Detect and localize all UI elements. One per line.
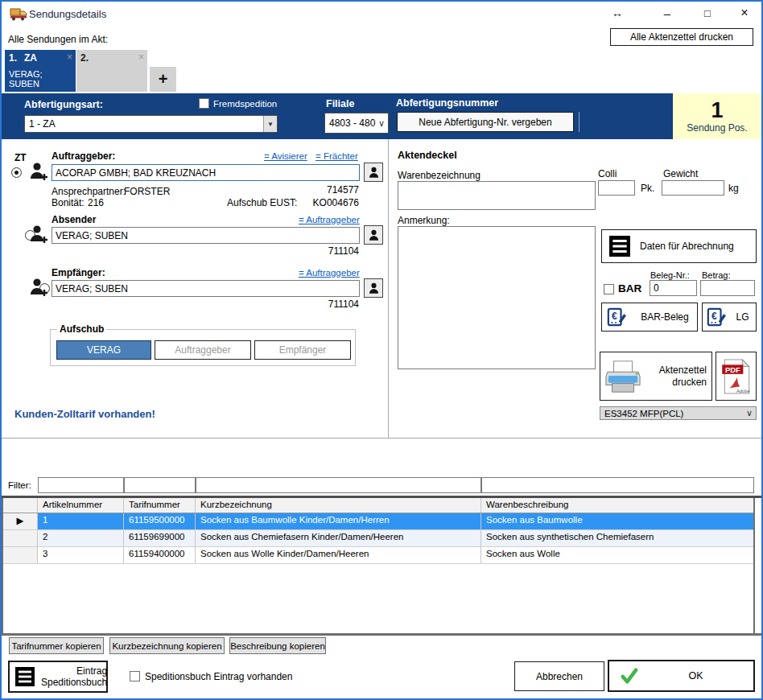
filiale-select[interactable]: 4803 - 480 ∨ xyxy=(324,113,389,134)
person-add-icon[interactable] xyxy=(29,161,48,182)
aufschub-eust-value: KO004676 xyxy=(313,197,359,208)
aufschub-eust-label: Aufschub EUST: xyxy=(227,197,297,208)
maximize-button[interactable]: □ xyxy=(694,3,721,23)
tab-close-icon[interactable]: × xyxy=(138,51,144,63)
list-icon xyxy=(15,667,35,686)
anmerkung-textarea[interactable] xyxy=(398,226,596,369)
cell-kurzbezeichnung: Socken aus Baumwolle Kinder/Damen/Herren xyxy=(196,513,481,529)
colli-input[interactable] xyxy=(598,180,635,196)
fremdspedition-checkbox[interactable] xyxy=(199,98,209,109)
bonitaet-value: 216 xyxy=(88,197,104,208)
auftraggeber-input[interactable] xyxy=(52,164,360,181)
empfaenger-contact-button[interactable] xyxy=(364,278,383,298)
warenbezeichnung-textarea[interactable] xyxy=(398,181,596,210)
cell-warenbeschreibung: Socken aus synthetischen Chemiefasern xyxy=(481,530,753,546)
table-row[interactable]: 2 61159699000 Socken aus Chemiefasern Ki… xyxy=(3,530,753,547)
add-shipment-tab-button[interactable]: + xyxy=(150,67,176,92)
person-add-icon[interactable] xyxy=(29,277,48,298)
auftraggeber-radio[interactable] xyxy=(11,167,22,178)
absender-input[interactable] xyxy=(52,227,360,244)
absender-contact-button[interactable] xyxy=(364,225,383,245)
printer-icon xyxy=(604,359,641,394)
abfertigungsart-value: 1 - ZA xyxy=(25,118,263,130)
aktenzettel-label-line1: Aktenzettel xyxy=(659,364,707,376)
printer-select[interactable]: ES3452 MFP(PCL) ∨ xyxy=(600,406,757,420)
minimize-button[interactable]: – xyxy=(654,3,681,23)
beleg-nr-input[interactable] xyxy=(650,280,697,296)
bar-beleg-label: BAR-Beleg xyxy=(633,311,697,323)
all-shipments-label: Alle Sendungen im Akt: xyxy=(8,34,108,45)
abfertigungsart-select[interactable]: 1 - ZA ▼ xyxy=(24,115,278,133)
dispatch-bar: Abfertigungsart: 1 - ZA ▼ Fremdspedition… xyxy=(2,93,761,139)
avisierer-link[interactable]: = Avisierer xyxy=(264,151,307,161)
check-icon xyxy=(621,668,638,684)
filter-warenbeschreibung-input[interactable] xyxy=(481,477,754,493)
column-header-artikelnummer[interactable]: Artikelnummer xyxy=(38,498,124,513)
print-all-aktenzettel-button[interactable]: Alle Aktenzettel drucken xyxy=(610,28,753,46)
table-row[interactable]: ▶ 1 61159500000 Socken aus Baumwolle Kin… xyxy=(3,513,753,530)
shipment-tab-1[interactable]: 1. ZA × VERAG; SUBEN xyxy=(5,50,76,92)
pdf-button[interactable]: PDF Adobe xyxy=(716,352,757,401)
person-icon xyxy=(368,229,380,241)
aufschub-group: Aufschub VERAG Auftraggeber Empfänger xyxy=(50,329,356,366)
aktenzettel-drucken-button[interactable]: Aktenzettel drucken xyxy=(600,352,712,401)
fraechter-link[interactable]: = Frächter xyxy=(316,151,358,161)
table-row[interactable]: 3 61159400000 Socken aus Wolle Kinder/Da… xyxy=(3,547,753,564)
kurzbezeichnung-kopieren-button[interactable]: Kurzbezeichnung kopieren xyxy=(109,637,225,654)
shipment-tab-2[interactable]: 2. × xyxy=(76,50,147,92)
abbrechen-button[interactable]: Abbrechen xyxy=(514,661,604,691)
bar-beleg-button[interactable]: € BAR-Beleg xyxy=(601,303,698,331)
daten-abrechnung-label: Daten für Abrechnung xyxy=(640,241,734,252)
gewicht-label: Gewicht xyxy=(663,168,698,179)
zt-label: ZT xyxy=(14,152,27,163)
cell-tarifnummer: 61159699000 xyxy=(124,530,196,546)
ok-button[interactable]: OK xyxy=(608,660,755,692)
aufschub-empfaenger-button[interactable]: Empfänger xyxy=(254,340,351,360)
close-button[interactable]: × xyxy=(731,3,758,23)
empfaenger-auftraggeber-link[interactable]: = Auftraggeber xyxy=(299,268,360,278)
filter-kurzbezeichnung-input[interactable] xyxy=(196,477,481,493)
betrag-input[interactable] xyxy=(700,280,755,296)
aufschub-auftraggeber-button[interactable]: Auftraggeber xyxy=(155,340,251,360)
person-add-icon[interactable] xyxy=(29,224,48,245)
euro-doc-icon: € xyxy=(707,307,726,327)
colli-label: Colli xyxy=(598,168,617,179)
absender-number: 711104 xyxy=(328,245,359,257)
cell-warenbeschreibung: Socken aus Wolle xyxy=(481,547,753,563)
lg-button[interactable]: € LG xyxy=(702,303,757,331)
eintrag-speditionsbuch-button[interactable]: Eintrag Speditionsbuch xyxy=(8,661,108,693)
lg-label: LG xyxy=(729,311,756,323)
tarifnummer-kopieren-button[interactable]: Tarifnummer kopieren xyxy=(9,637,104,654)
daten-abrechnung-button[interactable]: Daten für Abrechnung xyxy=(601,229,757,263)
empfaenger-input[interactable] xyxy=(52,280,360,297)
beschreibung-kopieren-button[interactable]: Beschreibung kopieren xyxy=(229,637,326,654)
aufschub-verag-button[interactable]: VERAG xyxy=(56,340,151,360)
dropdown-arrow-icon[interactable]: ▼ xyxy=(263,116,277,132)
gewicht-input[interactable] xyxy=(662,180,724,196)
panel-divider xyxy=(2,438,761,439)
tab-line1: VERAG; xyxy=(9,69,43,79)
cell-artikelnummer: 3 xyxy=(38,547,124,563)
neue-abfertigungsnr-button[interactable]: Neue Abfertigung-Nr. vergeben xyxy=(397,112,574,132)
column-header-tarifnummer[interactable]: Tarifnummer xyxy=(124,498,196,513)
absender-auftraggeber-link[interactable]: = Auftraggeber xyxy=(299,215,360,224)
bar-checkbox[interactable] xyxy=(604,284,614,294)
auftraggeber-contact-button[interactable] xyxy=(364,163,383,182)
chevron-down-icon: ∨ xyxy=(746,408,756,418)
sendungsdetails-window: Sendungsdetails ↔ – □ × Alle Sendungen i… xyxy=(0,0,763,700)
filter-tarifnummer-input[interactable] xyxy=(124,477,196,493)
fremdspedition-label: Fremdspedition xyxy=(213,99,277,109)
filter-artikelnummer-input[interactable] xyxy=(38,477,124,493)
column-header-warenbeschreibung[interactable]: Warenbeschreibung xyxy=(481,498,753,513)
cell-kurzbezeichnung: Socken aus Chemiefasern Kinder/Damen/Hee… xyxy=(196,530,481,546)
column-header-kurzbezeichnung[interactable]: Kurzbezeichnung xyxy=(196,498,481,513)
speditionsbuch-checkbox[interactable] xyxy=(130,671,140,681)
speditionsbuch-label-line1: Eintrag xyxy=(76,665,107,677)
absender-label: Absender xyxy=(52,214,96,225)
abfertigungsnummer-label: Abfertigungsnummer xyxy=(396,97,498,109)
svg-text:€: € xyxy=(711,311,717,322)
chevron-down-icon: ∨ xyxy=(378,118,388,129)
resize-horizontal-icon: ↔ xyxy=(604,3,631,23)
tab-close-icon[interactable]: × xyxy=(67,51,72,63)
row-selector-icon[interactable]: ▶ xyxy=(3,513,38,529)
